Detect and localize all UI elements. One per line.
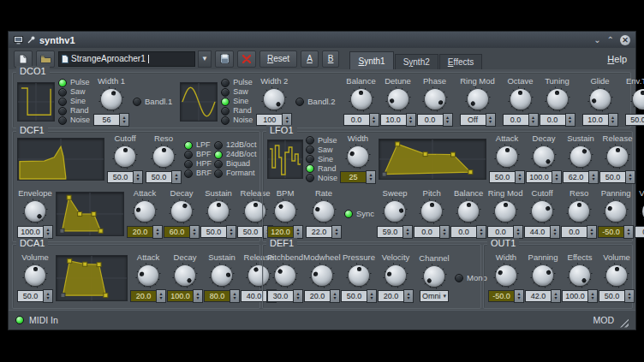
spinner[interactable]: ▴▾	[226, 225, 236, 239]
spin-down-icon[interactable]: ▾	[519, 177, 522, 181]
knob-panning[interactable]: Panning-50.0▴▾	[598, 189, 634, 239]
knob-sustain[interactable]: Sustain50.0▴▾	[200, 189, 236, 239]
reset-button[interactable]: Reset	[259, 50, 297, 68]
knob-dial[interactable]	[272, 199, 298, 224]
knob-dial[interactable]	[492, 199, 518, 224]
spinner[interactable]: ▴▾	[528, 113, 539, 127]
pin-icon[interactable]	[27, 36, 35, 44]
spinner[interactable]: ▴▾	[171, 170, 182, 184]
spinner[interactable]: ▴▾	[43, 289, 53, 303]
value-box[interactable]: 0.0	[343, 114, 369, 126]
knob-dial[interactable]	[419, 199, 444, 224]
spin-down-icon[interactable]: ▾	[628, 232, 630, 236]
knob-dial[interactable]	[345, 144, 371, 169]
spinner[interactable]: ▴▾	[406, 113, 416, 127]
knob-width[interactable]: Width25▴▾	[340, 134, 376, 184]
checkbox-bandl-2[interactable]: Bandl.2	[295, 98, 335, 106]
dcf1-slope-radio-biquad[interactable]: Biquad	[214, 160, 257, 169]
spin-down-icon[interactable]: ▾	[554, 296, 557, 300]
knob-velocity[interactable]: Velocity20.0▴▾	[378, 253, 414, 303]
osc2-wave-display[interactable]	[180, 82, 218, 122]
osc1-radio-noise[interactable]: Noise	[58, 116, 90, 125]
knob-pressure[interactable]: Pressure50.0▴▾	[341, 253, 377, 303]
resize-grip[interactable]	[619, 318, 629, 328]
value-box[interactable]: 44.0	[524, 226, 550, 238]
spin-down-icon[interactable]: ▾	[407, 232, 409, 236]
spinner[interactable]: ▴▾	[551, 289, 561, 303]
knob-rate[interactable]: Rate22.0▴▾	[306, 189, 342, 239]
knob-dial[interactable]	[112, 144, 138, 169]
value-box[interactable]: 100.0	[526, 171, 552, 183]
spinner[interactable]: ▴▾	[513, 225, 523, 239]
knob-dial[interactable]	[135, 263, 161, 288]
spin-down-icon[interactable]: ▾	[370, 177, 373, 181]
knob-cutoff[interactable]: Cutoff50.0▴▾	[107, 134, 143, 184]
spinner[interactable]: ▴▾	[402, 225, 413, 239]
spin-down-icon[interactable]: ▾	[628, 296, 630, 300]
osc2-radio-saw[interactable]: Saw	[221, 88, 253, 97]
value-box[interactable]: Off	[460, 114, 486, 126]
dcf1-slope-radio-12db-oct[interactable]: 12dB/oct	[214, 141, 257, 150]
titlebar[interactable]: synthv1 ⌄ ⌃ ✕	[9, 32, 635, 48]
value-box[interactable]: 0.0	[450, 226, 476, 238]
value-box[interactable]: 50.0	[107, 171, 133, 183]
knob-dial[interactable]	[531, 144, 557, 169]
value-box[interactable]: 20.0	[304, 290, 330, 302]
osc2-radio-sine[interactable]: Sine	[221, 98, 253, 106]
osc1-radio-pulse[interactable]: Pulse	[58, 79, 90, 87]
value-box[interactable]: 100.0	[17, 226, 43, 238]
spin-down-icon[interactable]: ▾	[370, 296, 373, 300]
knob-ring-mod[interactable]: Ring Mod0.0▴▾	[487, 189, 523, 239]
spinner[interactable]: ▴▾	[369, 113, 379, 127]
knob-volume[interactable]: Volume50.0▴▾	[17, 253, 53, 303]
value-box[interactable]: 50.0	[489, 171, 515, 183]
knob-dial[interactable]	[630, 86, 644, 112]
value-box[interactable]: 10.0	[582, 114, 608, 126]
preset-dropdown-arrow[interactable]: ▼	[198, 50, 212, 68]
spinner[interactable]: ▴▾	[623, 225, 634, 239]
knob-dial[interactable]	[640, 199, 644, 224]
spinner[interactable]: ▴▾	[552, 170, 562, 184]
maximize-button[interactable]: ⌃	[607, 36, 614, 45]
lfo1-wave-display[interactable]	[267, 139, 303, 179]
spin-down-icon[interactable]: ▾	[296, 296, 299, 300]
knob-release[interactable]: Release50.0▴▾	[599, 134, 635, 184]
spin-down-icon[interactable]: ▾	[296, 232, 299, 236]
knob-attack[interactable]: Attack50.0▴▾	[489, 134, 525, 184]
osc2-radio-rand[interactable]: Rand	[221, 107, 253, 116]
spin-down-icon[interactable]: ▾	[517, 296, 520, 300]
knob-width-1[interactable]: Width 156▴▾	[93, 77, 129, 127]
spinner[interactable]: ▴▾	[588, 170, 599, 184]
spin-down-icon[interactable]: ▾	[629, 177, 632, 181]
spin-down-icon[interactable]: ▾	[156, 232, 158, 236]
preset-b-button[interactable]: B	[322, 50, 340, 68]
dcf1-type-radio-lpf[interactable]: LPF	[184, 141, 212, 150]
spinner[interactable]: ▴▾	[293, 225, 303, 239]
knob-dial[interactable]	[566, 199, 592, 224]
knob-sustain[interactable]: Sustain80.0▴▾	[204, 253, 240, 303]
knob-reso[interactable]: Reso0.0▴▾	[561, 189, 597, 239]
spin-down-icon[interactable]: ▾	[409, 120, 412, 124]
spin-down-icon[interactable]: ▾	[591, 296, 593, 300]
spinner[interactable]: ▴▾	[515, 170, 525, 184]
value-box[interactable]: 0.0	[561, 226, 587, 238]
value-box[interactable]: 56	[93, 114, 119, 126]
knob-ring-mod[interactable]: Ring ModOff▴▾	[460, 77, 496, 127]
knob-dial[interactable]	[422, 86, 448, 112]
knob-dial[interactable]	[604, 263, 629, 288]
knob-attack[interactable]: Attack20.0▴▾	[127, 189, 163, 239]
spin-down-icon[interactable]: ▾	[444, 232, 446, 236]
value-box[interactable]: 10.0	[380, 114, 406, 126]
lfo1-radio-pulse[interactable]: Pulse	[306, 136, 337, 145]
knob-dial[interactable]	[383, 263, 408, 288]
spinner[interactable]: ▴▾	[486, 113, 496, 127]
knob-dial[interactable]	[309, 263, 335, 288]
lfo1-radio-sine[interactable]: Sine	[306, 155, 337, 163]
knob-dial[interactable]	[529, 199, 555, 224]
spinner[interactable]: ▴▾	[587, 289, 598, 303]
value-box[interactable]: 50.0	[625, 114, 644, 126]
spinner[interactable]: ▴▾	[403, 289, 414, 303]
spinner[interactable]: ▴▾	[550, 225, 560, 239]
value-box[interactable]: 62.0	[563, 171, 588, 183]
spin-down-icon[interactable]: ▾	[480, 232, 483, 236]
